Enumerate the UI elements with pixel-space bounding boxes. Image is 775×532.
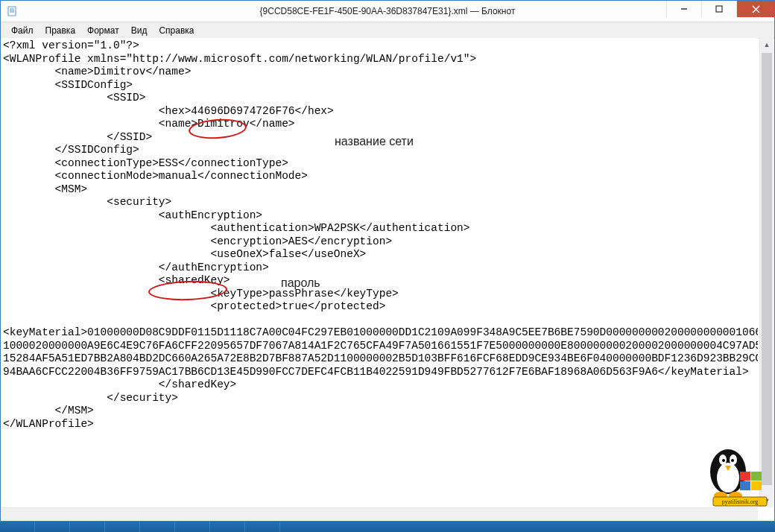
annotation-network-name: название сети <box>335 135 414 148</box>
scroll-up-icon[interactable]: ▲ <box>760 38 774 51</box>
menu-file[interactable]: Файл <box>5 24 39 37</box>
svg-rect-5 <box>716 6 722 12</box>
taskbar-item[interactable] <box>175 522 210 532</box>
horizontal-scrollbar[interactable] <box>1 507 758 520</box>
menu-help[interactable]: Справка <box>153 24 200 37</box>
taskbar-item[interactable] <box>70 522 105 532</box>
app-icon <box>7 5 19 17</box>
taskbar-item[interactable] <box>245 522 280 532</box>
taskbar-item[interactable] <box>0 522 35 532</box>
svg-rect-0 <box>8 7 16 16</box>
taskbar-item[interactable] <box>140 522 175 532</box>
annotation-password: пароль <box>281 276 320 290</box>
taskbar-item[interactable] <box>210 522 245 532</box>
taskbar-item[interactable] <box>105 522 140 532</box>
menubar: Файл Правка Формат Вид Справка <box>1 22 774 39</box>
menu-edit[interactable]: Правка <box>39 24 82 37</box>
window-title: {9CCD58CE-FE1F-450E-90AA-36D837847E31}.x… <box>1 6 774 16</box>
maximize-button[interactable] <box>701 1 736 17</box>
scroll-thumb[interactable] <box>762 53 772 485</box>
notepad-window: {9CCD58CE-FE1F-450E-90AA-36D837847E31}.x… <box>0 0 775 522</box>
vertical-scrollbar[interactable]: ▲ ▼ <box>759 38 774 507</box>
close-button[interactable] <box>736 1 774 17</box>
menu-format[interactable]: Формат <box>81 24 125 37</box>
taskbar-item[interactable] <box>35 522 70 532</box>
minimize-button[interactable] <box>666 1 701 17</box>
taskbar[interactable] <box>0 522 775 532</box>
text-editor[interactable]: <?xml version="1.0"?> <WLANProfile xmlns… <box>1 38 758 507</box>
titlebar[interactable]: {9CCD58CE-FE1F-450E-90AA-36D837847E31}.x… <box>1 1 774 22</box>
menu-view[interactable]: Вид <box>125 24 154 37</box>
window-controls <box>666 1 774 19</box>
scroll-down-icon[interactable]: ▼ <box>760 494 774 507</box>
